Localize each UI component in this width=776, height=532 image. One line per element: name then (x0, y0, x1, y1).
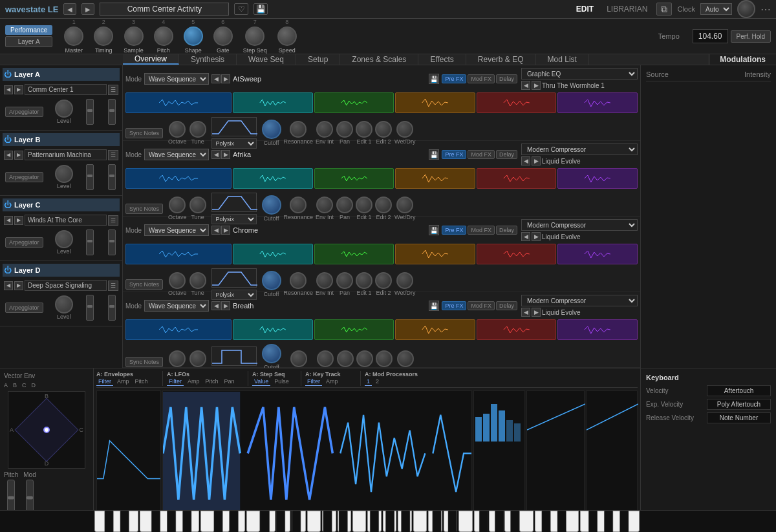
layer-a-patch-icon[interactable]: ☰ (108, 85, 118, 95)
layer-a-resonance-knob[interactable] (290, 121, 307, 138)
white-key[interactable] (398, 511, 411, 532)
wave-strip-c-orange[interactable] (395, 244, 475, 264)
wave-strip-d-red[interactable] (477, 319, 557, 340)
layer-d-fx-select[interactable]: Modern Compressor (521, 295, 638, 306)
layer-d-mod-fx[interactable]: Mod FX (468, 301, 495, 310)
wave-strip-c-cyan[interactable] (233, 244, 313, 264)
layer-b-octave-knob[interactable] (169, 197, 186, 213)
white-key[interactable] (535, 511, 548, 532)
wave-strip-a-orange[interactable] (395, 92, 475, 113)
white-key[interactable] (186, 511, 199, 532)
layer-c-pre-fx[interactable]: Pre FX (442, 226, 466, 235)
wave-strip-a-cyan[interactable] (233, 92, 313, 113)
white-key[interactable] (595, 511, 609, 532)
layer-b-patch-icon[interactable]: ☰ (108, 150, 118, 160)
white-key[interactable] (170, 511, 184, 532)
master-knob-top[interactable] (737, 0, 755, 18)
tab-overview[interactable]: Overview (123, 54, 179, 65)
layer-b-edit1-knob[interactable] (356, 197, 372, 213)
layer-b-fader[interactable] (86, 164, 94, 190)
white-key[interactable] (261, 511, 275, 532)
lfo-filter-tab[interactable]: Filter (167, 378, 184, 386)
layer-b-filter-select[interactable]: Polysix (211, 214, 257, 224)
knob-8[interactable] (277, 27, 297, 46)
layer-b-env-int-knob[interactable] (316, 197, 333, 213)
layer-c-fx-next[interactable]: ▶ (532, 232, 541, 241)
layer-c-mode-select[interactable]: Wave Sequence (144, 224, 209, 236)
kb-value-2[interactable]: Note Number (707, 412, 771, 423)
white-key[interactable] (231, 511, 244, 532)
wave-strip-c-purple[interactable] (557, 244, 638, 264)
knob-7[interactable] (245, 27, 264, 46)
perf-hold-button[interactable]: Perf. Hold (731, 30, 771, 43)
layer-c-wave-save[interactable]: 💾 (429, 225, 439, 235)
layer-c-wave-next[interactable]: ▶ (221, 226, 230, 235)
mod-proc-1-tab[interactable]: 1 (365, 378, 372, 386)
layer-a-wave-next[interactable]: ▶ (221, 74, 230, 83)
step-value-tab[interactable]: Value (252, 378, 270, 386)
layer-c-fader2[interactable] (108, 229, 116, 255)
layer-b-cutoff-knob[interactable] (262, 195, 281, 215)
layer-a-wetdry-knob[interactable] (396, 121, 413, 138)
wave-strip-c-blue[interactable] (125, 244, 232, 264)
layer-a-mod-fx[interactable]: Mod FX (468, 74, 495, 83)
layer-b-mod-fx[interactable]: Mod FX (468, 150, 495, 159)
nav-back-button[interactable]: ◀ (63, 3, 76, 15)
layer-c-next[interactable]: ▶ (14, 216, 23, 225)
layer-b-prev[interactable]: ◀ (4, 151, 13, 160)
white-key[interactable] (94, 511, 108, 532)
lfo-pan-tab[interactable]: Pan (222, 378, 237, 386)
wave-strip-a-green[interactable] (314, 92, 394, 113)
white-key[interactable] (580, 511, 594, 532)
white-key[interactable] (489, 511, 502, 532)
layer-c-tune-knob[interactable] (189, 272, 206, 289)
layer-d-mode-select[interactable]: Wave Sequence (144, 300, 209, 312)
wave-strip-a-red[interactable] (477, 92, 557, 113)
tab-zones-scales[interactable]: Zones & Scales (340, 54, 418, 65)
layer-button[interactable]: Layer A (5, 36, 52, 47)
save-button[interactable]: 💾 (253, 3, 268, 15)
layer-b-fx-prev[interactable]: ◀ (521, 156, 530, 165)
white-key[interactable] (625, 511, 639, 532)
layer-d-fx-next[interactable]: ▶ (532, 308, 541, 317)
layer-d-delay[interactable]: Delay (496, 301, 517, 310)
tab-mod-list[interactable]: Mod List (536, 54, 589, 65)
white-key[interactable] (200, 511, 214, 532)
layer-d-env-int-knob[interactable] (317, 350, 334, 367)
layer-a-filter-select[interactable]: Polysix (211, 138, 257, 149)
layer-d-tune-knob[interactable] (189, 350, 206, 367)
cube-button[interactable]: ⧉ (656, 3, 672, 16)
layer-d-sync[interactable]: Sync Notes (125, 357, 163, 367)
layer-d-prev[interactable]: ◀ (4, 281, 13, 290)
layer-a-power[interactable]: ⏻ (4, 70, 12, 79)
layer-a-env-int-knob[interactable] (316, 121, 333, 138)
layer-a-next[interactable]: ▶ (14, 85, 23, 94)
wave-strip-d-orange[interactable] (395, 319, 475, 340)
white-key[interactable] (428, 511, 442, 532)
layer-c-wetdry-knob[interactable] (396, 272, 413, 289)
layer-c-prev[interactable]: ◀ (4, 216, 13, 225)
layer-c-arp[interactable]: Arpeggiator (5, 237, 43, 248)
layer-d-octave-knob[interactable] (169, 350, 186, 367)
layer-a-edit2-knob[interactable] (375, 121, 392, 138)
layer-a-arp[interactable]: Arpeggiator (5, 107, 43, 117)
white-key[interactable] (125, 511, 138, 532)
wave-strip-b-green[interactable] (314, 168, 394, 189)
layer-d-arp[interactable]: Arpeggiator (5, 303, 43, 313)
white-key[interactable] (277, 511, 290, 532)
layer-b-resonance-knob[interactable] (290, 197, 307, 213)
layer-b-sync[interactable]: Sync Notes (125, 204, 163, 214)
kb-value-0[interactable]: Aftertouch (707, 385, 771, 396)
wave-strip-b-purple[interactable] (557, 168, 638, 189)
white-key[interactable] (444, 511, 457, 532)
layer-d-wetdry-knob[interactable] (397, 350, 414, 367)
layer-b-fx-select[interactable]: Modern Compressor (521, 144, 638, 155)
layer-d-next[interactable]: ▶ (14, 281, 23, 290)
layer-d-fx-prev[interactable]: ◀ (521, 308, 530, 317)
vector-square[interactable]: B D A C (8, 391, 85, 469)
white-key[interactable] (216, 511, 230, 532)
white-key[interactable] (352, 511, 366, 532)
wave-strip-c-red[interactable] (477, 244, 557, 264)
layer-c-filter-select[interactable]: Polysix (211, 290, 257, 300)
layer-a-octave-knob[interactable] (169, 121, 186, 138)
